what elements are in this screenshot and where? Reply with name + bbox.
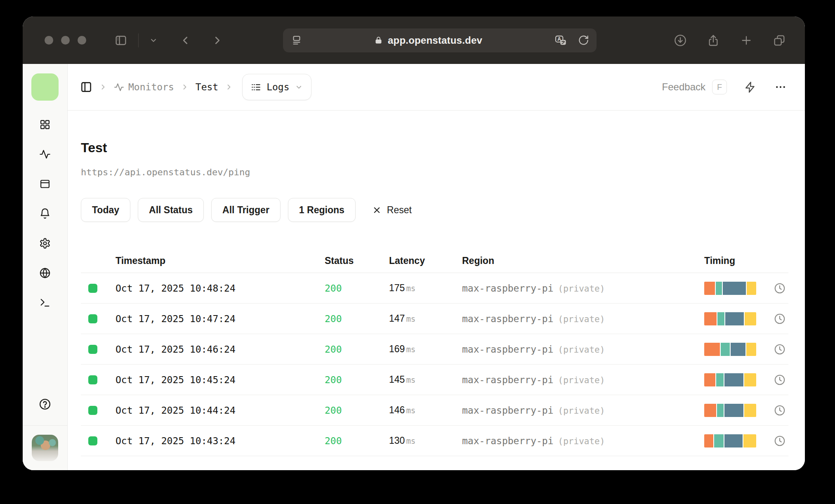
minimize-button[interactable] xyxy=(61,36,70,45)
tab-overview-icon xyxy=(773,34,786,47)
forward-icon xyxy=(211,34,224,47)
clock-icon[interactable] xyxy=(774,404,786,417)
zap-icon xyxy=(744,81,756,93)
filter-regions[interactable]: 1 Regions xyxy=(288,198,356,222)
clock-icon[interactable] xyxy=(774,435,786,447)
globe-icon xyxy=(39,267,51,279)
status-ok-square xyxy=(88,406,97,415)
logs-table: Timestamp Status Latency Region Timing O… xyxy=(81,249,788,456)
feedback-shortcut-key: F xyxy=(712,80,727,94)
timing-bar xyxy=(704,404,756,417)
sidebar-item-status-pages[interactable] xyxy=(39,178,51,190)
back-button[interactable] xyxy=(175,34,196,47)
workspace-avatar[interactable] xyxy=(31,73,59,101)
sidebar-toggle-button[interactable] xyxy=(110,34,132,47)
reset-filters-button[interactable]: Reset xyxy=(372,205,412,216)
sidebar-item-notifications[interactable] xyxy=(39,208,51,219)
more-menu-button[interactable] xyxy=(774,81,787,93)
tab-group-chevron-button[interactable] xyxy=(145,36,162,45)
activity-icon xyxy=(114,82,124,92)
terminal-icon xyxy=(39,297,51,309)
breadcrumb-monitor-name[interactable]: Test xyxy=(196,82,218,92)
status-ok-square xyxy=(88,345,97,354)
panel-toggle-button[interactable] xyxy=(80,81,92,93)
quick-actions-button[interactable] xyxy=(744,81,756,93)
chevron-right-icon xyxy=(181,83,189,91)
address-bar[interactable]: app.openstatus.dev A xyxy=(283,28,597,52)
sidebar-item-settings[interactable] xyxy=(39,238,51,249)
log-row[interactable]: Oct 17, 2025 10:48:24 200 175ms max-rasp… xyxy=(81,273,788,304)
panel-left-icon xyxy=(80,81,92,93)
share-icon xyxy=(707,34,720,47)
logs-list-icon xyxy=(251,82,261,92)
table-header: Timestamp Status Latency Region Timing xyxy=(81,249,788,273)
log-row[interactable]: Oct 17, 2025 10:45:24 200 145ms max-rasp… xyxy=(81,365,788,395)
app-header: Monitors Test Logs xyxy=(68,64,805,111)
timing-bar xyxy=(704,343,756,356)
chevron-right-icon xyxy=(225,83,233,91)
zoom-button[interactable] xyxy=(78,36,86,45)
status-code: 200 xyxy=(325,436,389,446)
status-code: 200 xyxy=(325,405,389,416)
filter-status[interactable]: All Status xyxy=(138,198,204,222)
clock-icon[interactable] xyxy=(774,282,786,294)
share-button[interactable] xyxy=(707,34,720,47)
col-timestamp: Timestamp xyxy=(116,255,325,266)
sidebar-toggle-icon xyxy=(114,34,127,47)
chevron-down-icon xyxy=(295,83,303,91)
reload-icon[interactable] xyxy=(578,35,589,46)
close-button[interactable] xyxy=(45,36,53,45)
translate-icon[interactable]: A xyxy=(554,34,567,47)
filter-date[interactable]: Today xyxy=(81,198,130,222)
feedback-link[interactable]: Feedback xyxy=(662,81,705,93)
close-icon xyxy=(372,205,382,215)
clock-icon[interactable] xyxy=(774,343,786,356)
download-icon xyxy=(674,34,687,47)
log-row[interactable]: Oct 17, 2025 10:47:24 200 147ms max-rasp… xyxy=(81,304,788,334)
col-status: Status xyxy=(325,255,389,266)
breadcrumb-separator xyxy=(225,83,233,91)
tab-overview-button[interactable] xyxy=(773,34,786,47)
ellipsis-icon xyxy=(774,81,787,93)
log-row[interactable]: Oct 17, 2025 10:44:24 200 146ms max-rasp… xyxy=(81,395,788,426)
grid-icon xyxy=(39,119,51,130)
activity-icon xyxy=(39,148,51,160)
breadcrumb-separator xyxy=(181,83,189,91)
col-region: Region xyxy=(462,255,704,266)
status-ok-square xyxy=(88,314,97,323)
log-row[interactable]: Oct 17, 2025 10:43:24 200 130ms max-rasp… xyxy=(81,426,788,456)
downloads-button[interactable] xyxy=(674,34,687,47)
sidebar-item-regions[interactable] xyxy=(39,267,51,279)
timing-bar xyxy=(704,373,756,386)
clock-icon[interactable] xyxy=(774,313,786,325)
sidebar-item-cli[interactable] xyxy=(39,297,51,309)
sidebar-divider xyxy=(23,425,67,426)
new-tab-button[interactable] xyxy=(740,34,753,47)
status-code: 200 xyxy=(325,374,389,385)
status-code: 200 xyxy=(325,283,389,294)
bell-icon xyxy=(39,208,51,219)
page-title: Test xyxy=(81,140,788,155)
help-button[interactable] xyxy=(39,398,51,410)
log-row[interactable]: Oct 17, 2025 10:46:24 200 169ms max-rasp… xyxy=(81,334,788,365)
toolbar-divider xyxy=(138,33,139,47)
page-format-icon[interactable] xyxy=(290,34,303,47)
user-avatar[interactable] xyxy=(32,435,58,461)
breadcrumb-monitors[interactable]: Monitors xyxy=(114,82,174,92)
sidebar-item-dashboard[interactable] xyxy=(39,119,51,130)
logs-page: Test https://api.openstatus.dev/ping Tod… xyxy=(68,111,805,470)
filter-trigger[interactable]: All Trigger xyxy=(211,198,281,222)
sidebar-item-monitors[interactable] xyxy=(39,148,51,160)
app-sidebar xyxy=(23,64,68,470)
gear-icon xyxy=(39,238,51,249)
forward-button[interactable] xyxy=(207,34,228,47)
timing-bar xyxy=(704,282,756,295)
timing-bar xyxy=(704,312,756,325)
chevron-down-icon xyxy=(149,36,158,45)
browser-icon xyxy=(39,178,51,190)
plus-icon xyxy=(740,34,753,47)
col-timing: Timing xyxy=(704,255,771,266)
url-text[interactable]: app.openstatus.dev xyxy=(388,35,482,46)
view-selector-logs[interactable]: Logs xyxy=(242,74,311,100)
clock-icon[interactable] xyxy=(774,374,786,386)
